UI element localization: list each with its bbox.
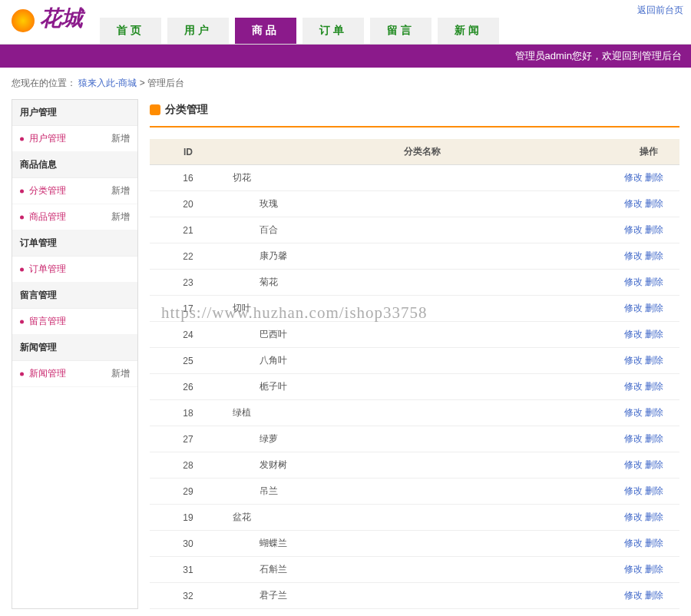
nav-item-4[interactable]: 留言 — [370, 18, 431, 44]
cell-name: 康乃馨 — [226, 243, 618, 270]
cell-id: 26 — [150, 374, 226, 400]
column-header: ID — [150, 139, 226, 165]
nav-item-1[interactable]: 用户 — [167, 18, 229, 44]
delete-link[interactable]: 删除 — [645, 329, 663, 339]
cell-actions: 修改 删除 — [618, 270, 679, 296]
sidebar-item-link[interactable]: 新闻管理 — [29, 367, 66, 380]
delete-link[interactable]: 删除 — [645, 303, 663, 313]
cell-id: 31 — [150, 557, 226, 583]
back-to-front-link[interactable]: 返回前台页 — [637, 4, 683, 17]
table-row: 18绿植修改 删除 — [150, 400, 679, 426]
page-title: 分类管理 — [150, 99, 679, 128]
cell-name: 发财树 — [226, 452, 618, 479]
sidebar-item-add[interactable]: 新增 — [111, 132, 130, 145]
delete-link[interactable]: 删除 — [645, 590, 663, 601]
cell-name: 吊兰 — [226, 479, 618, 505]
delete-link[interactable]: 删除 — [645, 512, 663, 522]
sidebar-item-add[interactable]: 新增 — [111, 184, 130, 197]
logo: 花城 — [12, 4, 83, 33]
sidebar-item-link[interactable]: 订单管理 — [29, 263, 66, 276]
sidebar-item-link[interactable]: 用户管理 — [29, 132, 66, 145]
breadcrumb-link[interactable]: 猿来入此-商城 — [78, 78, 137, 88]
cell-name: 君子兰 — [226, 583, 618, 609]
cell-actions: 修改 删除 — [618, 400, 679, 426]
edit-link[interactable]: 修改 — [624, 198, 643, 209]
table-row: 25八角叶修改 删除 — [150, 348, 679, 374]
edit-link[interactable]: 修改 — [624, 407, 643, 418]
delete-link[interactable]: 删除 — [645, 277, 663, 287]
cell-id: 17 — [150, 296, 226, 322]
cell-name: 玫瑰 — [226, 191, 618, 217]
edit-link[interactable]: 修改 — [624, 303, 643, 313]
nav-item-2[interactable]: 商品 — [235, 18, 296, 44]
main-content: 分类管理 ID分类名称操作 16切花修改 删除20玫瑰修改 删除21百合修改 删… — [150, 99, 679, 609]
delete-link[interactable]: 删除 — [645, 355, 663, 366]
sidebar-item: 分类管理新增 — [12, 178, 137, 204]
sidebar-item-link[interactable]: 商品管理 — [29, 210, 66, 224]
nav-item-0[interactable]: 首页 — [100, 18, 161, 44]
cell-name: 蝴蝶兰 — [226, 531, 618, 557]
delete-link[interactable]: 删除 — [645, 250, 663, 261]
nav-item-5[interactable]: 新闻 — [438, 18, 499, 44]
delete-link[interactable]: 删除 — [645, 538, 663, 548]
sidebar-item: 订单管理 — [12, 257, 137, 283]
edit-link[interactable]: 修改 — [624, 355, 643, 366]
delete-link[interactable]: 删除 — [645, 172, 663, 183]
cell-id: 30 — [150, 531, 226, 557]
cell-id: 27 — [150, 426, 226, 452]
delete-link[interactable]: 删除 — [645, 433, 663, 444]
cell-name: 菊花 — [226, 270, 618, 296]
cell-id: 21 — [150, 217, 226, 243]
table-row: 20玫瑰修改 删除 — [150, 191, 679, 217]
cell-id: 18 — [150, 400, 226, 426]
sidebar-item-link[interactable]: 留言管理 — [29, 315, 66, 328]
edit-link[interactable]: 修改 — [624, 433, 643, 444]
delete-link[interactable]: 删除 — [645, 407, 663, 418]
cell-id: 16 — [150, 165, 226, 191]
edit-link[interactable]: 修改 — [624, 172, 643, 183]
table-row: 28发财树修改 删除 — [150, 452, 679, 479]
sidebar: 用户管理用户管理新增商品信息分类管理新增商品管理新增订单管理订单管理留言管理留言… — [12, 99, 138, 609]
edit-link[interactable]: 修改 — [624, 590, 643, 601]
logo-text: 花城 — [40, 6, 83, 30]
delete-link[interactable]: 删除 — [645, 198, 663, 209]
cell-actions: 修改 删除 — [618, 426, 679, 452]
sidebar-section-title: 商品信息 — [12, 152, 137, 178]
edit-link[interactable]: 修改 — [624, 564, 643, 575]
table-row: 29吊兰修改 删除 — [150, 479, 679, 505]
edit-link[interactable]: 修改 — [624, 224, 643, 235]
sidebar-item-add[interactable]: 新增 — [111, 367, 130, 380]
table-row: 21百合修改 删除 — [150, 217, 679, 243]
edit-link[interactable]: 修改 — [624, 250, 643, 261]
cell-actions: 修改 删除 — [618, 505, 679, 531]
edit-link[interactable]: 修改 — [624, 459, 643, 470]
table-row: 27绿萝修改 删除 — [150, 426, 679, 452]
edit-link[interactable]: 修改 — [624, 381, 643, 392]
edit-link[interactable]: 修改 — [624, 329, 643, 339]
nav-item-3[interactable]: 订单 — [303, 18, 364, 44]
delete-link[interactable]: 删除 — [645, 381, 663, 392]
cell-id: 23 — [150, 270, 226, 296]
cell-id: 25 — [150, 348, 226, 374]
cell-actions: 修改 删除 — [618, 531, 679, 557]
edit-link[interactable]: 修改 — [624, 538, 643, 548]
sidebar-section-title: 新闻管理 — [12, 335, 137, 361]
breadcrumb: 您现在的位置： 猿来入此-商城 > 管理后台 — [0, 68, 691, 99]
edit-link[interactable]: 修改 — [624, 485, 643, 496]
cell-name: 切叶 — [226, 296, 618, 322]
cell-id: 19 — [150, 505, 226, 531]
cell-actions: 修改 删除 — [618, 322, 679, 348]
cell-name: 绿植 — [226, 400, 618, 426]
cell-actions: 修改 删除 — [618, 452, 679, 479]
sidebar-item: 留言管理 — [12, 309, 137, 335]
table-row: 19盆花修改 删除 — [150, 505, 679, 531]
delete-link[interactable]: 删除 — [645, 564, 663, 575]
delete-link[interactable]: 删除 — [645, 459, 663, 470]
cell-id: 24 — [150, 322, 226, 348]
delete-link[interactable]: 删除 — [645, 485, 663, 496]
delete-link[interactable]: 删除 — [645, 224, 663, 235]
edit-link[interactable]: 修改 — [624, 512, 643, 522]
sidebar-item-add[interactable]: 新增 — [111, 210, 130, 224]
sidebar-item-link[interactable]: 分类管理 — [29, 184, 66, 197]
edit-link[interactable]: 修改 — [624, 277, 643, 287]
